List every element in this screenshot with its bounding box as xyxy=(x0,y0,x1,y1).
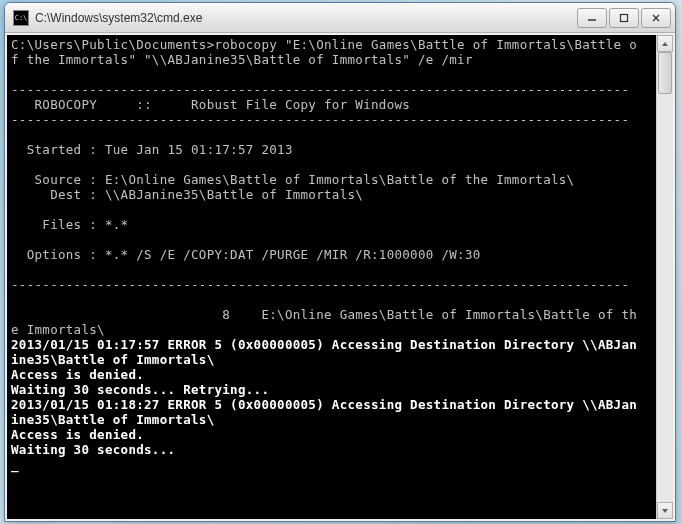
hr-line: ----------------------------------------… xyxy=(11,112,629,127)
prompt-line: C:\Users\Public\Documents>robocopy "E:\O… xyxy=(11,37,637,52)
dir-line: e Immortals\ xyxy=(11,322,105,337)
cursor: _ xyxy=(11,457,19,472)
waiting-line: Waiting 30 seconds... xyxy=(11,442,175,457)
scroll-up-button[interactable] xyxy=(657,35,673,52)
error-line: ine35\Battle of Immortals\ xyxy=(11,412,214,427)
minimize-icon xyxy=(587,13,597,23)
started-line: Started : Tue Jan 15 01:17:57 2013 xyxy=(11,142,293,157)
access-denied: Access is denied. xyxy=(11,367,144,382)
scroll-thumb[interactable] xyxy=(658,52,672,94)
close-button[interactable] xyxy=(641,8,671,28)
hr-line: ----------------------------------------… xyxy=(11,277,629,292)
error-line: ine35\Battle of Immortals\ xyxy=(11,352,214,367)
dest-line: Dest : \\ABJanine35\Battle of Immortals\ xyxy=(11,187,363,202)
window-title: C:\Windows\system32\cmd.exe xyxy=(35,11,577,25)
scroll-down-button[interactable] xyxy=(657,502,673,519)
robocopy-header: ROBOCOPY :: Robust File Copy for Windows xyxy=(11,97,410,112)
error-line: 2013/01/15 01:17:57 ERROR 5 (0x00000005)… xyxy=(11,337,637,352)
content-area: C:\Users\Public\Documents>robocopy "E:\O… xyxy=(5,33,675,521)
source-line: Source : E:\Online Games\Battle of Immor… xyxy=(11,172,574,187)
svg-rect-1 xyxy=(621,14,628,21)
chevron-up-icon xyxy=(661,41,669,47)
access-denied: Access is denied. xyxy=(11,427,144,442)
error-line: 2013/01/15 01:18:27 ERROR 5 (0x00000005)… xyxy=(11,397,637,412)
close-icon xyxy=(651,13,661,23)
waiting-line: Waiting 30 seconds... Retrying... xyxy=(11,382,269,397)
chevron-down-icon xyxy=(661,508,669,514)
terminal-output[interactable]: C:\Users\Public\Documents>robocopy "E:\O… xyxy=(7,35,656,519)
window-controls xyxy=(577,8,671,28)
maximize-icon xyxy=(619,13,629,23)
files-line: Files : *.* xyxy=(11,217,128,232)
minimize-button[interactable] xyxy=(577,8,607,28)
maximize-button[interactable] xyxy=(609,8,639,28)
scroll-track[interactable] xyxy=(657,52,673,502)
cmd-icon: C:\ xyxy=(13,10,29,26)
options-line: Options : *.* /S /E /COPY:DAT /PURGE /MI… xyxy=(11,247,481,262)
cmd-window: C:\ C:\Windows\system32\cmd.exe C:\Users… xyxy=(4,2,676,522)
prompt-line: f the Immortals" "\\ABJanine35\Battle of… xyxy=(11,52,473,67)
dir-line: 8 E:\Online Games\Battle of Immortals\Ba… xyxy=(11,307,637,322)
titlebar[interactable]: C:\ C:\Windows\system32\cmd.exe xyxy=(5,3,675,33)
vertical-scrollbar[interactable] xyxy=(656,35,673,519)
hr-line: ----------------------------------------… xyxy=(11,82,629,97)
